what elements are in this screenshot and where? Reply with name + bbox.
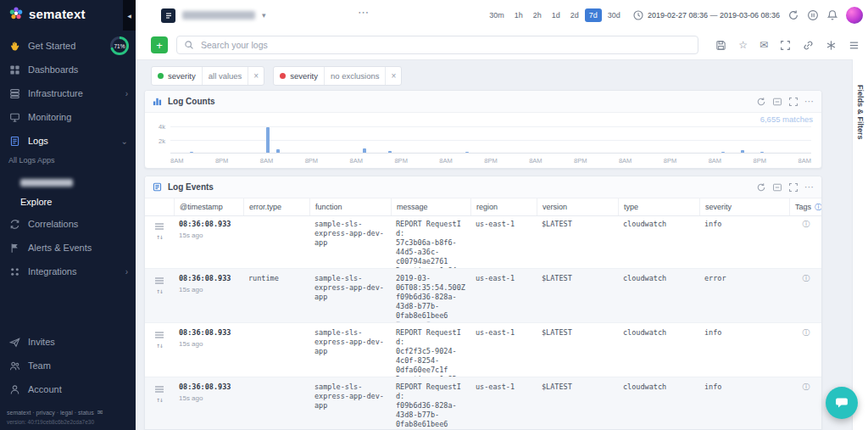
remove-filter-button[interactable]: × xyxy=(248,67,264,85)
column-tags[interactable]: Tagsⓘ xyxy=(789,198,822,215)
filter-pill-severity-include[interactable]: severity all values × xyxy=(151,66,264,86)
column-region[interactable]: region xyxy=(470,198,537,215)
row-controls[interactable]: ↑↓ xyxy=(145,323,174,377)
row-menu-icon[interactable] xyxy=(155,386,164,393)
sidebar-item-invites[interactable]: Invites xyxy=(0,330,136,354)
filter-value[interactable]: all values xyxy=(202,67,248,85)
column-function[interactable]: function xyxy=(309,198,391,215)
chat-widget-button[interactable] xyxy=(826,387,858,419)
sidebar-app-item[interactable] xyxy=(0,173,136,192)
sidebar-item-dashboards[interactable]: Dashboards xyxy=(0,58,136,81)
filter-pill-severity-exclude[interactable]: severity no exclusions × xyxy=(273,66,402,86)
sidebar-item-integrations[interactable]: Integrations › xyxy=(0,260,136,283)
row-sort-icon[interactable]: ↑↓ xyxy=(156,233,163,242)
tags-cell[interactable]: ⓘ xyxy=(789,377,821,429)
sidebar-item-get-started[interactable]: Get Started 71% xyxy=(0,34,136,58)
date-range[interactable]: 2019-02-27 08:36 — 2019-03-06 08:36 xyxy=(632,9,780,21)
timestamp-cell: 08:36:08.93315s ago xyxy=(174,269,243,322)
app-options-button[interactable]: ⋯ xyxy=(358,7,370,18)
severity-cell: error xyxy=(699,269,789,322)
save-icon[interactable] xyxy=(715,40,726,51)
time-range-2h[interactable]: 2h xyxy=(529,8,546,22)
sidebar-item-team[interactable]: Team xyxy=(0,354,136,377)
pause-live-icon[interactable] xyxy=(807,9,819,21)
link-icon[interactable] xyxy=(803,40,814,51)
refresh-icon[interactable] xyxy=(787,9,799,21)
sidebar-item-infrastructure[interactable]: Infrastructure › xyxy=(0,81,136,105)
sidebar-item-explore[interactable]: Explore xyxy=(0,192,136,212)
filter-value[interactable]: no exclusions xyxy=(324,67,386,85)
row-controls[interactable]: ↑↓ xyxy=(145,377,174,429)
search-box[interactable] xyxy=(176,36,698,54)
panel-collapse-icon[interactable] xyxy=(772,97,782,107)
log-event-row[interactable]: ↑↓08:36:08.93315s agoruntimesample-sls- … xyxy=(145,269,821,323)
header-right-controls: 30m1h2h1d2d7d30d 2019-02-27 08:36 — 2019… xyxy=(485,0,863,31)
panel-more-button[interactable]: ⋯ xyxy=(804,182,814,192)
sidebar-collapse-button[interactable]: ◀ xyxy=(123,0,136,31)
panel-refresh-icon[interactable] xyxy=(756,97,766,107)
sidebar-item-logs[interactable]: Logs ⌄ xyxy=(0,129,136,153)
log-counts-plot[interactable] xyxy=(170,126,811,154)
time-range-1h[interactable]: 1h xyxy=(510,8,527,22)
sidebar-item-alerts-events[interactable]: Alerts & Events xyxy=(0,236,136,260)
search-input[interactable] xyxy=(199,39,691,51)
column-version[interactable]: version xyxy=(537,198,618,215)
sidebar-item-monitoring[interactable]: Monitoring xyxy=(0,105,136,129)
row-controls[interactable]: ↑↓ xyxy=(145,215,174,268)
remove-filter-button[interactable]: × xyxy=(385,67,401,85)
star-icon[interactable]: ☆ xyxy=(738,40,748,50)
sidebar-item-label: Explore xyxy=(20,197,52,207)
version-cell: $LATEST xyxy=(537,215,618,268)
panel-expand-icon[interactable] xyxy=(788,97,798,107)
log-events-panel: Log Events ⋯ @timestamp error.type funct… xyxy=(144,176,822,430)
row-menu-icon[interactable] xyxy=(155,223,164,230)
menu-icon[interactable] xyxy=(849,40,860,51)
time-range-7d[interactable]: 7d xyxy=(585,8,602,22)
panel-collapse-icon[interactable] xyxy=(772,182,782,193)
info-icon[interactable]: ⓘ xyxy=(803,220,810,268)
log-event-row[interactable]: ↑↓08:36:08.93315s agosample-sls- express… xyxy=(145,215,821,269)
app-name-redacted xyxy=(20,179,73,187)
column-severity[interactable]: severity xyxy=(699,198,789,215)
column-message[interactable]: message xyxy=(391,198,470,215)
function-cell: sample-sls- express-app-dev- app xyxy=(309,377,391,429)
column-type[interactable]: type xyxy=(618,198,699,215)
row-menu-icon[interactable] xyxy=(155,277,164,284)
time-range-1d[interactable]: 1d xyxy=(548,8,565,22)
row-sort-icon[interactable]: ↑↓ xyxy=(156,288,163,296)
log-event-row[interactable]: ↑↓08:36:08.93315s agosample-sls- express… xyxy=(145,377,821,429)
envelope-icon[interactable]: ✉ xyxy=(97,409,103,416)
panel-more-button[interactable]: ⋯ xyxy=(804,97,814,106)
panel-refresh-icon[interactable] xyxy=(756,182,766,193)
user-avatar[interactable] xyxy=(846,7,863,24)
fields-filters-strip[interactable]: Fields & Filters xyxy=(852,59,868,430)
column-timestamp[interactable]: @timestamp xyxy=(174,198,243,215)
info-icon[interactable]: ⓘ xyxy=(803,328,810,377)
time-range-30d[interactable]: 30d xyxy=(604,8,625,22)
sidebar-item-correlations[interactable]: Correlations xyxy=(0,212,136,236)
info-icon[interactable]: ⓘ xyxy=(803,274,810,322)
tags-cell[interactable]: ⓘ xyxy=(789,215,821,268)
envelope-icon[interactable]: ✉ xyxy=(760,40,768,50)
row-sort-icon[interactable]: ↑↓ xyxy=(156,396,163,405)
fullscreen-icon[interactable] xyxy=(780,40,791,51)
time-range-2d[interactable]: 2d xyxy=(566,8,583,22)
app-selector-dropdown[interactable]: ▾ xyxy=(161,6,266,25)
add-button[interactable]: + xyxy=(151,36,168,53)
tags-cell[interactable]: ⓘ xyxy=(789,323,821,377)
panel-expand-icon[interactable] xyxy=(788,182,798,193)
row-controls[interactable]: ↑↓ xyxy=(145,269,174,322)
footer-links[interactable]: sematext · privacy · legal · status xyxy=(7,410,94,416)
tags-cell[interactable]: ⓘ xyxy=(789,269,821,322)
bell-icon[interactable] xyxy=(826,9,838,21)
log-event-row[interactable]: ↑↓08:36:08.93315s agosample-sls- express… xyxy=(145,323,821,377)
time-range-30m[interactable]: 30m xyxy=(485,8,509,22)
column-error-type[interactable]: error.type xyxy=(243,198,309,215)
row-menu-icon[interactable] xyxy=(155,332,164,338)
brand-logo[interactable]: sematext xyxy=(8,6,86,21)
scheduler-icon[interactable] xyxy=(826,40,837,51)
chat-icon xyxy=(834,395,849,410)
row-sort-icon[interactable]: ↑↓ xyxy=(156,342,163,350)
sidebar-item-account[interactable]: Account xyxy=(0,377,136,401)
info-icon[interactable]: ⓘ xyxy=(803,383,810,429)
